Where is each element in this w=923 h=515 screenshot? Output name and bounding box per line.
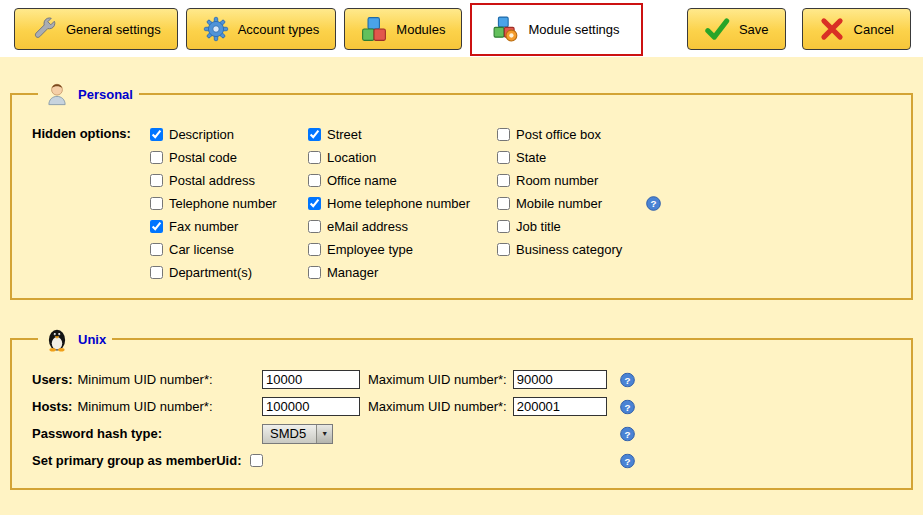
checkbox-row-state[interactable]: State: [497, 146, 661, 169]
street-checkbox[interactable]: [308, 128, 321, 141]
module-settings-button[interactable]: Module settings: [476, 8, 636, 50]
save-label: Save: [739, 22, 769, 37]
general-settings-button[interactable]: General settings: [14, 8, 178, 50]
business-category-checkbox[interactable]: [497, 243, 510, 256]
modules-cubes-icon: [361, 16, 387, 42]
account-types-button[interactable]: Account types: [186, 8, 337, 50]
password-hash-row: Password hash type: SMD5 ▼ ?: [32, 420, 893, 447]
state-checkbox[interactable]: [497, 151, 510, 164]
checkbox-label: Description: [169, 127, 234, 142]
checkbox-row-manager[interactable]: Manager: [308, 261, 497, 284]
hosts-min-uid-label: Minimum UID number*:: [77, 399, 212, 414]
help-icon[interactable]: ?: [620, 372, 635, 387]
password-hash-select[interactable]: SMD5 ▼: [262, 424, 333, 444]
checkbox-row-post-office-box[interactable]: Post office box: [497, 123, 661, 146]
unix-settings-panel: Users: Minimum UID number*: Maximum UID …: [30, 356, 893, 476]
checkbox-column-2: Street Location Office name Home telepho…: [308, 123, 497, 284]
hosts-uid-row: Hosts: Minimum UID number*: Maximum UID …: [32, 393, 893, 420]
home-telephone-number-checkbox[interactable]: [308, 197, 321, 210]
general-settings-label: General settings: [66, 22, 161, 37]
checkbox-column-3: Post office box State Room number Mobile…: [497, 123, 661, 284]
telephone-number-checkbox[interactable]: [150, 197, 163, 210]
help-icon[interactable]: ?: [620, 399, 635, 414]
module-settings-icon: [493, 16, 519, 42]
module-settings-active-indicator: Module settings: [470, 3, 642, 56]
mobile-number-checkbox[interactable]: [497, 197, 510, 210]
checkbox-label: Postal code: [169, 150, 237, 165]
checkbox-row-fax-number[interactable]: Fax number: [150, 215, 308, 238]
fax-number-checkbox[interactable]: [150, 220, 163, 233]
save-button[interactable]: Save: [687, 8, 786, 50]
hosts-min-uid-input[interactable]: [262, 397, 360, 416]
description-checkbox[interactable]: [150, 128, 163, 141]
help-icon[interactable]: ?: [646, 196, 661, 211]
hidden-options-panel: Hidden options: Description Postal code …: [30, 111, 893, 286]
modules-button[interactable]: Modules: [344, 8, 462, 50]
checkbox-row-postal-code[interactable]: Postal code: [150, 146, 308, 169]
post-office-box-checkbox[interactable]: [497, 128, 510, 141]
postal-code-checkbox[interactable]: [150, 151, 163, 164]
room-number-checkbox[interactable]: [497, 174, 510, 187]
job-title-checkbox[interactable]: [497, 220, 510, 233]
checkbox-row-car-license[interactable]: Car license: [150, 238, 308, 261]
unix-section: Unix Users: Minimum UID number*: Maximum…: [10, 326, 913, 490]
member-uid-checkbox[interactable]: [250, 454, 263, 467]
checkbox-row-mobile-number[interactable]: Mobile number ?: [497, 192, 661, 215]
personal-section: Personal Hidden options: Description Pos…: [10, 81, 913, 300]
users-min-uid-label: Minimum UID number*:: [77, 372, 212, 387]
checkbox-row-business-category[interactable]: Business category: [497, 238, 661, 261]
checkbox-label: Postal address: [169, 173, 255, 188]
email-address-checkbox[interactable]: [308, 220, 321, 233]
checkbox-row-email-address[interactable]: eMail address: [308, 215, 497, 238]
checkbox-label: Office name: [327, 173, 397, 188]
departments-checkbox[interactable]: [150, 266, 163, 279]
checkbox-label: Home telephone number: [327, 196, 470, 211]
help-icon[interactable]: ?: [620, 426, 635, 441]
svg-text:?: ?: [650, 198, 656, 209]
checkbox-label: eMail address: [327, 219, 408, 234]
postal-address-checkbox[interactable]: [150, 174, 163, 187]
person-icon: [44, 81, 70, 107]
personal-section-title: Personal: [78, 87, 133, 102]
checkbox-label: Street: [327, 127, 362, 142]
manager-checkbox[interactable]: [308, 266, 321, 279]
checkbox-label: Mobile number: [516, 196, 602, 211]
checkbox-row-office-name[interactable]: Office name: [308, 169, 497, 192]
help-icon[interactable]: ?: [620, 453, 635, 468]
checkbox-row-job-title[interactable]: Job title: [497, 215, 661, 238]
checkbox-row-postal-address[interactable]: Postal address: [150, 169, 308, 192]
hosts-label: Hosts:: [32, 399, 72, 414]
checkbox-label: Telephone number: [169, 196, 277, 211]
checkbox-row-room-number[interactable]: Room number: [497, 169, 661, 192]
checkbox-label: Department(s): [169, 265, 252, 280]
checkbox-row-telephone-number[interactable]: Telephone number: [150, 192, 308, 215]
users-max-uid-input[interactable]: [513, 370, 607, 389]
checkbox-label: Location: [327, 150, 376, 165]
checkbox-row-location[interactable]: Location: [308, 146, 497, 169]
chevron-down-icon: ▼: [316, 425, 332, 443]
save-check-icon: [704, 16, 730, 42]
checkbox-label: Employee type: [327, 242, 413, 257]
checkbox-row-departments[interactable]: Department(s): [150, 261, 308, 284]
employee-type-checkbox[interactable]: [308, 243, 321, 256]
cancel-label: Cancel: [854, 22, 894, 37]
wrench-icon: [31, 16, 57, 42]
tux-penguin-icon: [44, 326, 70, 352]
module-settings-label: Module settings: [528, 22, 619, 37]
checkbox-row-description[interactable]: Description: [150, 123, 308, 146]
personal-section-header: Personal: [38, 81, 139, 107]
users-uid-row: Users: Minimum UID number*: Maximum UID …: [32, 366, 893, 393]
checkbox-label: Business category: [516, 242, 622, 257]
office-name-checkbox[interactable]: [308, 174, 321, 187]
hosts-max-uid-input[interactable]: [513, 397, 607, 416]
location-checkbox[interactable]: [308, 151, 321, 164]
gear-icon: [203, 16, 229, 42]
checkbox-row-street[interactable]: Street: [308, 123, 497, 146]
member-uid-row: Set primary group as memberUid: ?: [32, 447, 893, 474]
checkbox-row-home-telephone-number[interactable]: Home telephone number: [308, 192, 497, 215]
cancel-button[interactable]: Cancel: [802, 8, 911, 50]
car-license-checkbox[interactable]: [150, 243, 163, 256]
account-types-label: Account types: [238, 22, 320, 37]
users-min-uid-input[interactable]: [262, 370, 360, 389]
checkbox-row-employee-type[interactable]: Employee type: [308, 238, 497, 261]
